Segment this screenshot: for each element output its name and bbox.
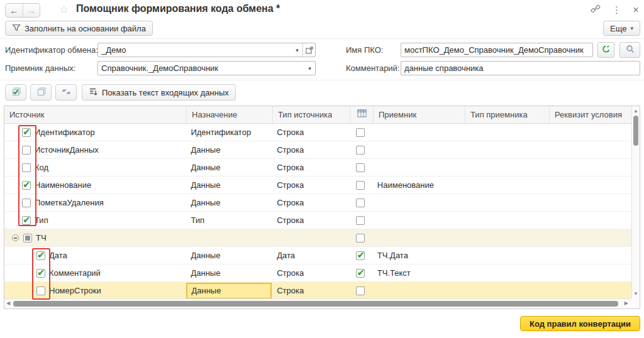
cell-receiver-check[interactable]: [349, 229, 372, 246]
exchange-id-open-icon[interactable]: [303, 43, 315, 57]
cell-source-type[interactable]: Строка: [272, 282, 349, 298]
row-checkbox[interactable]: [22, 128, 31, 137]
link-icon[interactable]: [591, 4, 601, 15]
cell-source[interactable]: ТЧ: [4, 229, 186, 246]
cell-condition[interactable]: [548, 212, 631, 229]
cell-condition[interactable]: [548, 229, 631, 246]
table-row[interactable]: ДатаДанныеДатаТЧ.Дата: [4, 247, 631, 264]
header-purpose[interactable]: Назначение: [186, 106, 272, 123]
table-row[interactable]: КодДанныеСтрока: [4, 159, 631, 177]
cell-receiver-check[interactable]: [349, 177, 372, 194]
cell-receiver[interactable]: [372, 229, 464, 246]
row-checkbox[interactable]: [36, 251, 45, 260]
vertical-scroll-thumb[interactable]: [633, 116, 638, 146]
cell-receiver-type[interactable]: [464, 177, 548, 194]
cell-source[interactable]: Тип: [4, 212, 186, 229]
cell-receiver-check[interactable]: [349, 212, 372, 229]
invert-marks-button[interactable]: [55, 84, 77, 101]
receiver-checkbox[interactable]: [356, 269, 365, 278]
cell-receiver[interactable]: [372, 194, 464, 211]
back-button[interactable]: ←: [6, 4, 23, 17]
favorite-star-icon[interactable]: ☆: [59, 3, 69, 16]
header-source-type[interactable]: Тип источника: [272, 106, 350, 123]
cell-source[interactable]: ПометкаУдаления: [4, 194, 186, 211]
table-row[interactable]: КомментарийДанныеСтрокаТЧ.Текст: [4, 264, 631, 282]
active-cell[interactable]: Данные: [186, 283, 272, 299]
cell-source-type[interactable]: Строка: [272, 124, 349, 141]
collapse-icon[interactable]: [12, 234, 19, 241]
check-all-button[interactable]: [5, 84, 26, 101]
close-icon[interactable]: ×: [633, 5, 639, 14]
receiver-checkbox[interactable]: [356, 199, 365, 207]
scroll-left-icon[interactable]: ◀: [6, 300, 10, 306]
vertical-scrollbar[interactable]: ▲ ▼: [631, 106, 640, 298]
conversion-rules-code-button[interactable]: Код правил конвертации: [520, 316, 640, 331]
cell-source[interactable]: Комментарий: [4, 264, 186, 281]
comment-input[interactable]: [401, 61, 640, 75]
cell-receiver-type[interactable]: [464, 124, 548, 141]
cell-source-type[interactable]: Строка: [272, 159, 349, 176]
cell-receiver[interactable]: ТЧ.Текст: [372, 264, 464, 281]
cell-source-type[interactable]: Строка: [272, 141, 349, 158]
row-checkbox[interactable]: [36, 286, 45, 295]
cell-purpose[interactable]: [186, 229, 272, 246]
row-checkbox[interactable]: [36, 269, 45, 278]
more-menu-icon[interactable]: ⋮: [612, 5, 621, 14]
cell-receiver-type[interactable]: [464, 247, 548, 264]
search-button[interactable]: [619, 42, 640, 58]
cell-purpose[interactable]: Данные: [186, 247, 272, 264]
cell-receiver-type[interactable]: [464, 282, 548, 298]
cell-purpose[interactable]: Данные: [186, 159, 272, 176]
header-condition[interactable]: Реквизит условия: [549, 106, 633, 123]
cell-source[interactable]: Код: [4, 159, 186, 176]
cell-purpose[interactable]: Данные: [186, 177, 272, 194]
cell-receiver[interactable]: ТЧ.Дата: [372, 247, 464, 264]
cell-receiver-type[interactable]: [464, 264, 548, 281]
cell-receiver-type[interactable]: [464, 229, 548, 246]
cell-receiver-check[interactable]: [349, 159, 372, 176]
table-row[interactable]: ТЧ: [4, 229, 631, 247]
cell-receiver[interactable]: Наименование: [372, 177, 464, 194]
data-receiver-combo[interactable]: Справочник._ДемоСправочник ▾: [97, 61, 316, 75]
cell-condition[interactable]: [548, 177, 631, 194]
horizontal-scrollbar[interactable]: ◀ ▶: [4, 298, 631, 308]
cell-source-type[interactable]: Дата: [272, 247, 349, 264]
cell-purpose[interactable]: Данные: [186, 264, 272, 281]
header-receiver-type[interactable]: Тип приемника: [465, 106, 549, 123]
row-checkbox[interactable]: [22, 199, 31, 207]
receiver-checkbox[interactable]: [356, 234, 365, 243]
header-grid-icon-column[interactable]: [350, 106, 373, 123]
row-checkbox[interactable]: [22, 146, 31, 155]
cell-source-type[interactable]: Строка: [272, 177, 349, 194]
cell-source[interactable]: Дата: [4, 247, 186, 264]
cell-receiver[interactable]: [372, 282, 464, 298]
show-incoming-data-button[interactable]: Показать текст входящих данных: [82, 84, 236, 101]
receiver-checkbox[interactable]: [356, 286, 365, 295]
cell-purpose[interactable]: Идентификатор: [186, 124, 272, 141]
table-row[interactable]: ИсточникДанныхДанныеСтрока: [4, 141, 631, 159]
cell-receiver-type[interactable]: [464, 141, 548, 158]
exchange-id-dropdown-icon[interactable]: ▾: [292, 43, 303, 57]
cell-source-type[interactable]: Строка: [272, 194, 349, 211]
cell-source-type[interactable]: Строка: [272, 212, 349, 229]
exchange-id-combo[interactable]: _Демо ▾: [97, 43, 316, 57]
cell-receiver-check[interactable]: [349, 264, 372, 281]
cell-receiver-type[interactable]: [464, 212, 548, 229]
fill-from-file-button[interactable]: Заполнить на основании файла: [5, 21, 153, 36]
table-row[interactable]: ИдентификаторИдентификаторСтрока: [4, 124, 631, 141]
row-checkbox[interactable]: [22, 181, 31, 190]
row-checkbox[interactable]: [23, 234, 32, 243]
cell-source-type[interactable]: Строка: [272, 264, 349, 281]
cell-purpose[interactable]: Данные: [186, 282, 272, 298]
receiver-checkbox[interactable]: [356, 163, 365, 172]
receiver-checkbox[interactable]: [356, 128, 365, 137]
cell-condition[interactable]: [548, 159, 631, 176]
cell-receiver[interactable]: [372, 124, 464, 141]
more-button[interactable]: Еще ▾: [603, 21, 640, 36]
cell-purpose[interactable]: Данные: [186, 194, 272, 211]
scroll-right-icon[interactable]: ▶: [625, 300, 628, 306]
refresh-button[interactable]: [597, 42, 614, 58]
cell-receiver-type[interactable]: [464, 159, 548, 176]
cell-source[interactable]: Наименование: [4, 177, 186, 194]
cell-condition[interactable]: [548, 264, 631, 281]
